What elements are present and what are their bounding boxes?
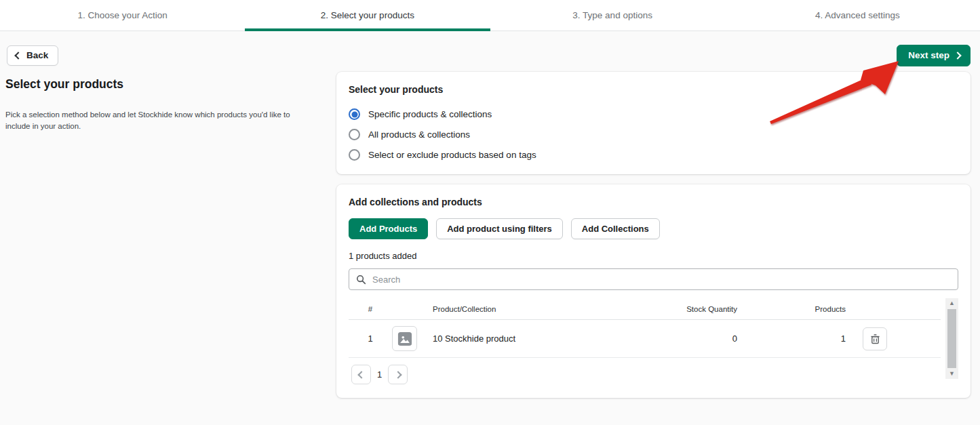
selection-card-title: Select your products [349, 84, 958, 95]
add-collections-button[interactable]: Add Collections [571, 218, 660, 239]
radio-label: Specific products & collections [368, 109, 492, 119]
selection-method-card: Select your products Specific products &… [336, 72, 971, 174]
next-step-button-label: Next step [908, 50, 949, 60]
col-header-products: Products [737, 305, 846, 313]
products-table-wrap: # Product/Collection Stock Quantity Prod… [349, 298, 958, 384]
step-choose-action[interactable]: 1. Choose your Action [0, 0, 245, 31]
row-actions-cell [846, 327, 941, 350]
pagination-page-number: 1 [377, 369, 382, 380]
scrollbar-thumb[interactable] [947, 309, 956, 368]
radio-all-products[interactable]: All products & collections [349, 129, 958, 140]
step-select-products[interactable]: 2. Select your products [245, 0, 490, 31]
row-products-count: 1 [737, 333, 846, 344]
table-scrollbar[interactable]: ▲ ▼ [945, 298, 958, 379]
image-placeholder-icon [397, 331, 412, 346]
trash-icon [870, 333, 880, 344]
products-added-count: 1 products added [349, 251, 958, 261]
search-icon [356, 275, 366, 285]
add-product-filters-button[interactable]: Add product using filters [436, 218, 563, 239]
main-content: Select your products Pick a selection me… [0, 66, 980, 398]
toolbar: Back Next step [0, 31, 980, 66]
page-title: Select your products [5, 77, 323, 92]
search-box[interactable] [349, 268, 958, 290]
left-description-panel: Select your products Pick a selection me… [5, 72, 323, 398]
scroll-up-icon[interactable]: ▲ [949, 300, 955, 306]
scroll-down-icon[interactable]: ▼ [949, 371, 955, 377]
delete-row-button[interactable] [863, 327, 887, 350]
col-header-product: Product/Collection [431, 305, 615, 313]
pagination-next-button[interactable] [388, 365, 408, 384]
right-panel: Select your products Specific products &… [336, 72, 971, 398]
row-thumb-cell [392, 326, 431, 351]
table-header-row: # Product/Collection Stock Quantity Prod… [349, 298, 941, 320]
col-header-index: # [349, 305, 392, 313]
radio-specific-products[interactable]: Specific products & collections [349, 108, 958, 120]
chevron-right-icon [394, 371, 401, 378]
chevron-right-icon [954, 52, 961, 59]
chevron-left-icon [14, 52, 22, 59]
product-thumbnail [392, 326, 417, 351]
radio-selected-icon[interactable] [349, 108, 360, 120]
next-step-button[interactable]: Next step [897, 45, 971, 66]
row-index: 1 [349, 333, 392, 344]
radio-unselected-icon[interactable] [349, 129, 360, 140]
chevron-left-icon [357, 371, 365, 378]
step-advanced-settings[interactable]: 4. Advanced settings [735, 0, 980, 31]
page-description: Pick a selection method below and let St… [5, 109, 316, 131]
pagination: 1 [349, 365, 941, 384]
radio-label: Select or exclude products based on tags [368, 150, 536, 160]
add-collections-card: Add collections and products Add Product… [336, 184, 971, 398]
row-product-name: 10 Stockhide product [431, 333, 615, 344]
col-header-stock: Stock Quantity [615, 305, 737, 313]
radio-tags-based[interactable]: Select or exclude products based on tags [349, 149, 958, 161]
add-products-button[interactable]: Add Products [349, 218, 428, 239]
table-row: 1 10 Stockhide product 0 [349, 320, 941, 358]
row-stock-quantity: 0 [615, 333, 737, 344]
pagination-prev-button[interactable] [351, 365, 371, 384]
radio-unselected-icon[interactable] [349, 149, 360, 161]
radio-label: All products & collections [368, 129, 470, 140]
collections-card-title: Add collections and products [349, 197, 958, 207]
back-button[interactable]: Back [7, 45, 58, 66]
products-table: # Product/Collection Stock Quantity Prod… [349, 298, 941, 358]
add-buttons-row: Add Products Add product using filters A… [349, 218, 958, 239]
wizard-stepper: 1. Choose your Action 2. Select your pro… [0, 0, 980, 31]
selection-radio-group: Specific products & collections All prod… [349, 108, 958, 161]
back-button-label: Back [26, 50, 48, 60]
step-type-options[interactable]: 3. Type and options [490, 0, 735, 31]
search-input[interactable] [372, 275, 951, 285]
